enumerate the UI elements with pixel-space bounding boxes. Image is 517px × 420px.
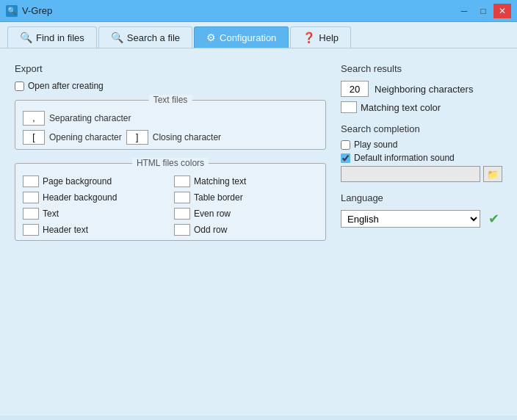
search-results-section: Search results Neighboring characters Ma… (341, 63, 502, 113)
color-row-page-background: Page background (23, 175, 167, 187)
text-label: Text (43, 209, 59, 219)
default-sound-row: Default information sound (341, 153, 502, 163)
tab-find-in-files[interactable]: 🔍 Find in files (7, 26, 97, 48)
window-title: V-Grep (22, 5, 52, 16)
odd-row-label: Odd row (194, 225, 227, 235)
find-in-files-icon: 🔍 (20, 32, 32, 43)
language-section: Language English French German Spanish ✔ (341, 192, 502, 228)
table-border-label: Table border (194, 192, 243, 203)
play-sound-row: Play sound (341, 140, 502, 150)
header-text-label: Header text (43, 225, 88, 235)
title-bar-left: 🔍 V-Grep (6, 5, 52, 17)
separating-char-label: Separating character (49, 113, 131, 123)
color-row-header-background: Header backgound (23, 192, 167, 203)
table-border-swatch[interactable] (174, 192, 190, 203)
default-sound-checkbox[interactable] (341, 153, 350, 163)
closing-char-label: Closing character (153, 132, 221, 142)
export-label: Export (15, 63, 326, 74)
main-content: Export Open after creating Text files Se… (0, 48, 517, 416)
matching-color-row: Matching text color (341, 101, 502, 113)
text-files-box: Text files Separating character Opening … (15, 100, 326, 150)
left-panel: Export Open after creating Text files Se… (15, 63, 326, 401)
browse-sound-button[interactable]: 📁 (483, 166, 502, 182)
text-files-legend: Text files (149, 95, 192, 105)
header-background-label: Header backgound (43, 192, 117, 203)
tab-find-in-files-label: Find in files (36, 32, 84, 43)
search-completion-section: Search completion Play sound Default inf… (341, 123, 502, 182)
tab-help[interactable]: ❓ Help (290, 26, 351, 48)
opening-char-input[interactable] (23, 130, 45, 145)
apply-language-button[interactable]: ✔ (485, 210, 502, 228)
search-file-icon: 🔍 (111, 32, 123, 43)
language-row: English French German Spanish ✔ (341, 210, 502, 228)
matching-text-color-label: Matching text color (361, 102, 441, 113)
open-after-creating-label: Open after creating (28, 81, 104, 91)
default-sound-label: Default information sound (354, 153, 455, 163)
odd-row-swatch[interactable] (174, 224, 190, 236)
color-row-table-border: Table border (174, 192, 318, 203)
search-results-label: Search results (341, 63, 502, 74)
even-row-swatch[interactable] (174, 208, 190, 220)
export-section: Export Open after creating (15, 63, 326, 91)
neighboring-chars-input[interactable] (341, 81, 369, 97)
window-controls: ─ □ ✕ (455, 4, 511, 18)
configuration-icon: ⚙ (206, 32, 216, 43)
opening-char-label: Opening character (49, 132, 122, 142)
even-row-label: Even row (194, 209, 231, 219)
tab-configuration-label: Configuration (220, 32, 276, 43)
help-icon: ❓ (303, 32, 315, 43)
color-row-even-row: Even row (174, 208, 318, 220)
play-sound-label: Play sound (354, 140, 397, 150)
app-icon: 🔍 (6, 5, 18, 17)
right-panel: Search results Neighboring characters Ma… (341, 63, 502, 401)
html-colors-legend: HTML files colors (132, 158, 209, 168)
separating-char-input[interactable] (23, 111, 45, 126)
color-row-matching-text: Matching text (174, 175, 318, 187)
html-colors-box: HTML files colors Page background Matchi… (15, 163, 326, 241)
header-background-swatch[interactable] (23, 192, 39, 203)
maximize-button[interactable]: □ (474, 4, 492, 18)
page-background-label: Page background (43, 176, 112, 187)
apply-icon: ✔ (488, 211, 499, 227)
separating-char-row: Separating character (23, 111, 318, 126)
header-text-swatch[interactable] (23, 224, 39, 236)
tab-search-a-file-label: Search a file (127, 32, 180, 43)
sound-file-input[interactable] (341, 166, 480, 182)
sound-file-row: 📁 (341, 166, 502, 182)
language-select[interactable]: English French German Spanish (341, 210, 480, 228)
color-grid: Page background Matching text Header bac… (23, 175, 318, 236)
play-sound-checkbox[interactable] (341, 140, 350, 150)
close-button[interactable]: ✕ (494, 4, 511, 18)
matching-color-swatch[interactable] (341, 101, 357, 113)
matching-text-swatch[interactable] (174, 175, 190, 187)
search-completion-label: Search completion (341, 123, 502, 134)
matching-text-label: Matching text (194, 176, 246, 187)
open-after-creating-row: Open after creating (15, 81, 326, 91)
open-after-creating-checkbox[interactable] (15, 82, 24, 91)
color-row-text: Text (23, 208, 167, 220)
title-bar: 🔍 V-Grep ─ □ ✕ (0, 0, 517, 22)
color-row-header-text: Header text (23, 224, 167, 236)
tab-search-a-file[interactable]: 🔍 Search a file (98, 26, 192, 48)
page-background-swatch[interactable] (23, 175, 39, 187)
neighboring-chars-label: Neighboring characters (375, 84, 473, 95)
neighboring-chars-row: Neighboring characters (341, 81, 502, 97)
tab-bar: 🔍 Find in files 🔍 Search a file ⚙ Config… (0, 22, 517, 48)
color-row-odd-row: Odd row (174, 224, 318, 236)
tab-help-label: Help (319, 32, 339, 43)
text-swatch[interactable] (23, 208, 39, 220)
browse-icon: 📁 (487, 169, 499, 180)
opening-char-row: Opening character Closing character (23, 130, 318, 145)
tab-configuration[interactable]: ⚙ Configuration (194, 26, 289, 48)
minimize-button[interactable]: ─ (455, 4, 473, 18)
language-label: Language (341, 192, 502, 203)
closing-char-input[interactable] (126, 130, 148, 145)
